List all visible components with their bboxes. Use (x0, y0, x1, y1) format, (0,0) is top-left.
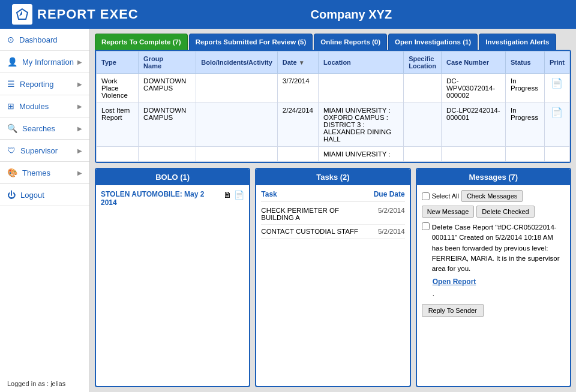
table-cell: In Progress (505, 103, 544, 147)
task-item: CHECK PERIMETER OF BUILDING A5/2/2014 (261, 204, 404, 225)
col-print[interactable]: Print (544, 52, 569, 74)
sidebar-item-searches[interactable]: 🔍 Searches ▶ (0, 117, 89, 140)
chevron-right-icon: ▶ (77, 125, 82, 132)
bolo-copy-icon[interactable]: 🗎 (223, 190, 232, 200)
check-messages-button[interactable]: Check Messages (461, 190, 523, 202)
table-row: Lost Item ReportDOWNTOWN CAMPUS2/24/2014… (97, 103, 570, 147)
bolo-panel-header: BOLO (1) (96, 169, 249, 185)
sidebar-item-my-information[interactable]: 👤 My Information ▶ (0, 51, 89, 73)
print-cell[interactable]: 📄 (544, 74, 569, 103)
tasks-panel-body: Task Due Date CHECK PERIMETER OF BUILDIN… (256, 185, 409, 386)
sidebar-item-logout[interactable]: ⏻ Logout (0, 184, 89, 206)
print-cell[interactable] (544, 147, 569, 162)
table-row: MIAMI UNIVERSITY : (97, 147, 570, 162)
sidebar-label-themes: Themes (22, 168, 50, 177)
col-date[interactable]: Date ▼ (277, 52, 318, 74)
logo-text: REPORT EXEC (37, 7, 139, 22)
table-cell: MIAMI UNIVERSITY : OXFORD CAMPUS : DISTR… (318, 103, 403, 147)
tab-investigation-alerts[interactable]: Investigation Alerts (479, 34, 556, 50)
message-checkbox[interactable] (422, 222, 430, 230)
delete-checked-button[interactable]: Delete Checked (476, 206, 534, 218)
open-report-link[interactable]: Open Report (433, 278, 476, 286)
bolo-pdf-icon[interactable]: 📄 (234, 190, 244, 200)
col-bolo[interactable]: Bolo/Incidents/Activity (196, 52, 278, 74)
chevron-right-icon: ▶ (77, 81, 82, 88)
sort-icon: ▼ (299, 59, 305, 66)
table-cell: DC-LP02242014-000001 (442, 103, 506, 147)
logged-in-status: Logged in as : jelias (0, 375, 89, 392)
sidebar-label-my-information: My Information (22, 58, 74, 67)
col-case-number[interactable]: Case Number (442, 52, 506, 74)
sidebar-item-modules[interactable]: ⊞ Modules ▶ (0, 95, 89, 117)
bolo-panel-body: STOLEN AUTOMOBILE: May 2 2014 🗎 📄 (96, 185, 249, 386)
message-body-area: Delete Case Report "#DC-CR05022014-00011… (422, 222, 565, 317)
table-cell (277, 147, 318, 162)
table-body: Work Place ViolenceDOWNTOWN CAMPUS3/7/20… (97, 74, 570, 162)
bottom-panels: BOLO (1) STOLEN AUTOMOBILE: May 2 2014 🗎… (95, 168, 571, 387)
sidebar-item-themes[interactable]: 🎨 Themes ▶ (0, 162, 89, 184)
table-cell: Lost Item Report (97, 103, 139, 147)
task-name: CONTACT CUSTODIAL STAFF (261, 228, 373, 235)
task-due-date: 5/2/2014 (378, 207, 405, 221)
searches-icon: 🔍 (7, 123, 17, 133)
table-cell: DOWNTOWN CAMPUS (139, 74, 196, 103)
sidebar-item-reporting[interactable]: ☰ Reporting ▶ (0, 73, 89, 95)
message-dot: . (433, 290, 434, 297)
sidebar-label-modules: Modules (19, 102, 49, 111)
table-cell (97, 147, 139, 162)
tasks-col-due: Due Date (374, 190, 405, 198)
app-logo: REPORT EXEC (12, 4, 139, 25)
messages-second-row: New Message Delete Checked (422, 206, 565, 218)
sidebar-label-supervisor: Supervisor (20, 146, 58, 155)
table-cell: DOWNTOWN CAMPUS (139, 103, 196, 147)
sidebar-item-dashboard[interactable]: ⊙ Dashboard (0, 29, 89, 51)
col-specific-location[interactable]: SpecificLocation (404, 52, 442, 74)
modules-icon: ⊞ (7, 101, 14, 111)
print-cell[interactable]: 📄 (544, 103, 569, 147)
table-cell (404, 147, 442, 162)
table-cell (404, 103, 442, 147)
tasks-col-headers: Task Due Date (261, 190, 404, 201)
message-text: Case Report "#DC-CR05022014-000111" Crea… (432, 224, 560, 272)
reply-to-sender-button[interactable]: Reply To Sender (422, 304, 484, 317)
message-delete-label: Delete (432, 224, 453, 231)
messages-top-controls: Select All Check Messages (422, 190, 565, 202)
sidebar-item-supervisor[interactable]: 🛡 Supervisor ▶ (0, 140, 89, 162)
new-message-button[interactable]: New Message (422, 206, 475, 218)
reports-table: Type GroupName Bolo/Incidents/Activity D… (96, 51, 570, 162)
supervisor-icon: 🛡 (7, 146, 16, 155)
my-information-icon: 👤 (7, 57, 17, 67)
reporting-icon: ☰ (7, 79, 15, 89)
messages-panel: Messages (7) Select All Check Messages N… (416, 168, 571, 387)
table-row: Work Place ViolenceDOWNTOWN CAMPUS3/7/20… (97, 74, 570, 103)
tab-online-reports[interactable]: Online Reports (0) (314, 34, 387, 50)
task-name: CHECK PERIMETER OF BUILDING A (261, 207, 373, 221)
select-all-checkbox[interactable] (422, 192, 430, 200)
col-status[interactable]: Status (505, 52, 544, 74)
tab-open-investigations[interactable]: Open Investigations (1) (388, 34, 478, 50)
col-type[interactable]: Type (97, 52, 139, 74)
table-cell (404, 74, 442, 103)
bolo-actions: 🗎 📄 (223, 190, 244, 200)
select-all-label[interactable]: Select All (422, 192, 459, 200)
logo-icon (12, 4, 32, 25)
reports-table-container: Type GroupName Bolo/Incidents/Activity D… (95, 50, 571, 163)
tasks-col-task: Task (261, 190, 277, 198)
tasks-panel-header: Tasks (2) (256, 169, 409, 185)
app-header: REPORT EXEC Company XYZ (0, 0, 576, 29)
task-item: CONTACT CUSTODIAL STAFF5/2/2014 (261, 225, 404, 239)
table-cell: 3/7/2014 (277, 74, 318, 103)
table-cell (196, 103, 278, 147)
tab-reports-submitted[interactable]: Reports Submitted For Review (5) (189, 34, 313, 50)
tab-bar: Reports To Complete (7) Reports Submitte… (95, 34, 571, 50)
task-due-date: 5/2/2014 (378, 228, 405, 235)
print-icon[interactable]: 📄 (551, 78, 563, 88)
table-cell (318, 74, 403, 103)
tab-reports-to-complete[interactable]: Reports To Complete (7) (95, 34, 188, 50)
main-layout: ⊙ Dashboard 👤 My Information ▶ ☰ Reporti… (0, 29, 576, 392)
chevron-right-icon: ▶ (77, 103, 82, 110)
print-icon[interactable]: 📄 (551, 107, 563, 117)
logout-icon: ⏻ (7, 190, 16, 200)
col-location[interactable]: Location (318, 52, 403, 74)
col-group-name[interactable]: GroupName (139, 52, 196, 74)
